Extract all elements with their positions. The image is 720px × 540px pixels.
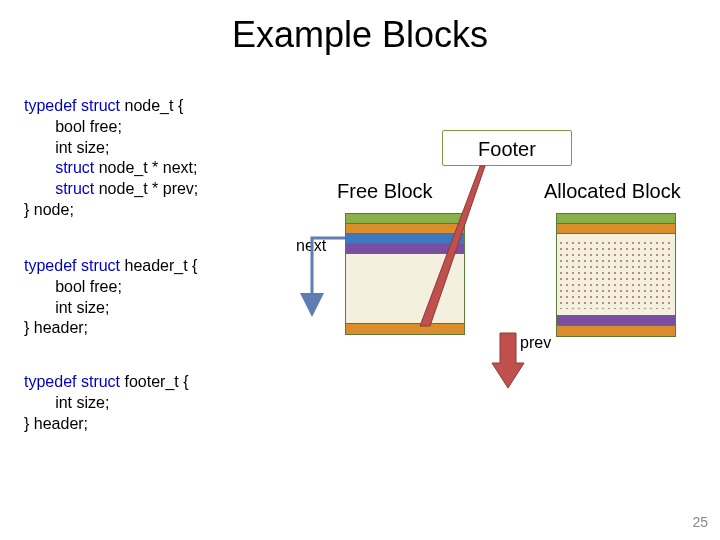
alloc-body-hatch [558, 240, 674, 309]
label-free-block: Free Block [337, 180, 433, 203]
alloc-header-size [557, 224, 675, 234]
footer-callout: Footer [442, 130, 572, 166]
label-allocated-block: Allocated Block [544, 180, 681, 203]
code-node-t: typedef struct node_t { bool free; int s… [24, 96, 198, 221]
next-arrow-icon [300, 235, 360, 325]
kw-typedef: typedef struct [24, 97, 125, 114]
type-name: node_t [125, 97, 174, 114]
code-header-t: typedef struct header_t { bool free; int… [24, 256, 197, 339]
code-footer-t: typedef struct footer_t { int size; } he… [24, 372, 189, 434]
allocated-block [556, 213, 676, 337]
alloc-unused-purple [557, 316, 675, 326]
slide: Example Blocks typedef struct node_t { b… [0, 0, 720, 540]
page-number: 25 [692, 514, 708, 530]
alloc-header-free [557, 214, 675, 224]
footer-callout-arrow-icon [420, 166, 510, 336]
slide-title: Example Blocks [0, 14, 720, 56]
prev-arrow-icon [488, 333, 528, 393]
alloc-footer-size [557, 326, 675, 336]
alloc-body [557, 234, 675, 316]
